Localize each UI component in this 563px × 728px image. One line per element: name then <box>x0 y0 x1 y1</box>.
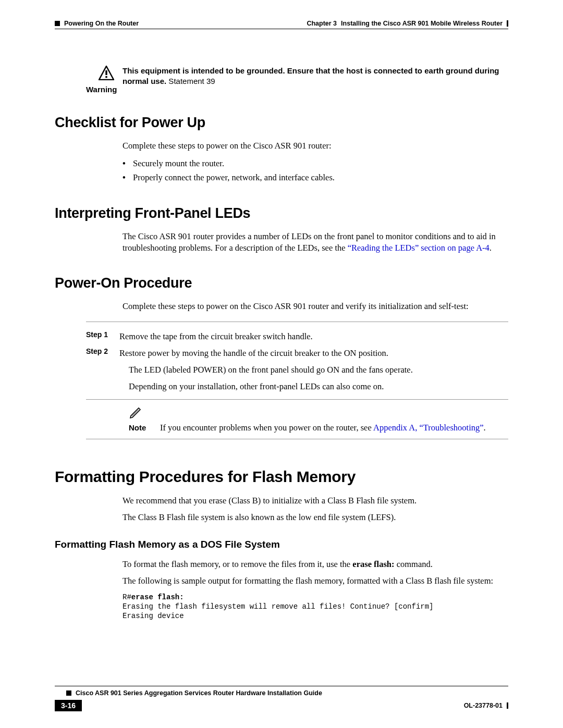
step-body: Restore power by moving the handle of th… <box>119 347 508 360</box>
note-icon <box>129 406 154 422</box>
step-divider <box>86 322 508 322</box>
svg-line-4 <box>132 410 139 416</box>
warning-statement: Statement 39 <box>166 77 215 85</box>
leds-body-post: . <box>489 243 492 253</box>
note-label: Note <box>129 423 154 432</box>
warning-label: Warning <box>86 85 114 94</box>
header-chapter-title: Installing the Cisco ASR 901 Mobile Wire… <box>341 20 503 27</box>
code-cmd: erase flash: <box>131 593 184 601</box>
header-divider <box>55 29 508 29</box>
step-row: Step 1 Remove the tape from the circuit … <box>86 328 508 345</box>
footer-guide-title: Cisco ASR 901 Series Aggregation Service… <box>76 689 322 697</box>
step-row: Step 2 Restore power by moving the handl… <box>86 345 508 362</box>
code-prompt: R# <box>123 593 131 601</box>
warning-block: Warning This equipment is intended to be… <box>86 66 508 94</box>
heading-checklist: Checklist for Power Up <box>55 115 508 131</box>
leds-link[interactable]: “Reading the LEDs” section on page A-4 <box>348 243 489 253</box>
flash-sub-p1-post: command. <box>395 559 433 569</box>
note-link[interactable]: Appendix A, “Troubleshooting” <box>373 423 484 433</box>
step-label: Step 2 <box>86 347 119 355</box>
heading-poweron: Power-On Procedure <box>55 275 508 291</box>
note-text-post: . <box>484 423 486 433</box>
heading-flash-sub: Formatting Flash Memory as a DOS File Sy… <box>55 539 508 550</box>
flash-sub-p2: The following is sample output for forma… <box>123 575 508 587</box>
poweron-intro: Complete these steps to power on the Cis… <box>123 301 508 312</box>
svg-rect-2 <box>105 76 107 78</box>
note-block: Note If you encounter problems when you … <box>129 406 508 434</box>
note-text-pre: If you encounter problems when you power… <box>160 423 373 433</box>
heading-flash: Formatting Procedures for Flash Memory <box>55 468 508 486</box>
flash-p1: We recommend that you erase (Class B) to… <box>123 495 508 507</box>
checklist-bullet: Properly connect the power, network, and… <box>123 171 508 184</box>
flash-sub-p1-pre: To format the flash memory, or to remove… <box>123 559 352 569</box>
footer-divider <box>55 686 508 686</box>
header-left-marker-icon <box>55 21 60 26</box>
header-chapter-label: Chapter 3 <box>307 20 337 27</box>
step-divider <box>86 439 508 439</box>
step-body: Remove the tape from the circuit breaker… <box>119 330 508 343</box>
checklist-intro: Complete these steps to power on the Cis… <box>123 140 508 152</box>
code-block: R#erase flash: Erasing the flash filesys… <box>123 593 508 621</box>
step-divider <box>86 399 508 400</box>
page-footer: Cisco ASR 901 Series Aggregation Service… <box>55 686 508 711</box>
footer-marker-icon <box>66 690 71 696</box>
step-label: Step 1 <box>86 330 119 339</box>
code-line2: Erasing the flash filesystem will remove… <box>123 602 434 611</box>
warning-icon <box>86 66 114 83</box>
svg-rect-1 <box>105 70 107 75</box>
flash-p2: The Class B Flash file system is also kn… <box>123 512 508 523</box>
checklist-bullet: Securely mount the router. <box>123 157 508 170</box>
page-header: Powering On the Router Chapter 3 Install… <box>55 20 508 27</box>
leds-body: The Cisco ASR 901 router provides a numb… <box>123 231 508 254</box>
code-line3: Erasing device <box>123 612 184 620</box>
poweron-steps: Step 1 Remove the tape from the circuit … <box>86 322 508 439</box>
checklist-bullets: Securely mount the router. Properly conn… <box>123 157 508 184</box>
flash-sub-p1: To format the flash memory, or to remove… <box>123 559 508 570</box>
heading-leds: Interpreting Front-Panel LEDs <box>55 205 508 221</box>
footer-page-num: 3-16 <box>55 700 82 711</box>
footer-doc-id: OL-23778-01 <box>464 702 503 709</box>
note-body: If you encounter problems when you power… <box>160 406 508 434</box>
header-right-marker-icon <box>507 20 508 27</box>
header-section-title: Powering On the Router <box>64 20 139 27</box>
footer-right-marker-icon <box>507 702 508 709</box>
step-extra: Depending on your installation, other fr… <box>129 378 508 395</box>
flash-sub-p1-cmd: erase flash: <box>352 559 394 569</box>
step-extra: The LED (labeled POWER) on the front pan… <box>129 362 508 378</box>
